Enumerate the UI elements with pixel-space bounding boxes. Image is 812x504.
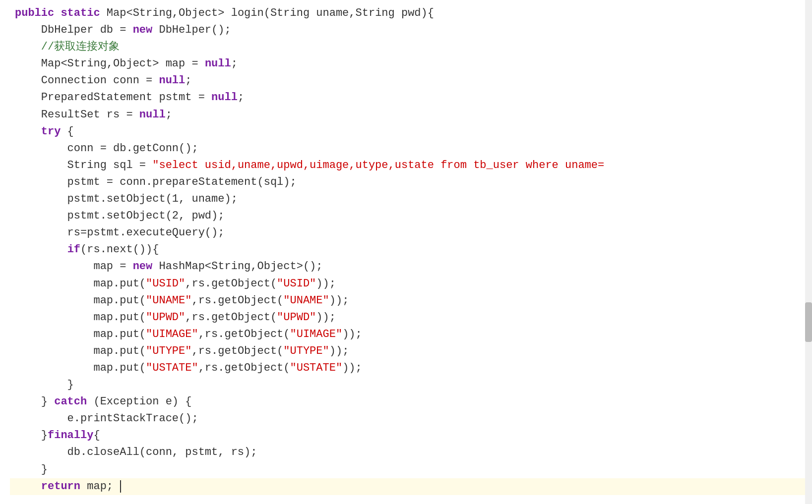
kw-token: static — [61, 7, 100, 19]
code-line: map.put("USID",rs.getObject("USID")); — [10, 276, 812, 292]
plain-token: ,rs.getObject( — [191, 294, 283, 307]
plain-token — [54, 7, 61, 19]
plain-token: )); — [316, 278, 336, 290]
plain-token: ,rs.getObject( — [191, 345, 283, 357]
kw-token: new — [133, 260, 153, 273]
code-line: map.put("UPWD",rs.getObject("UPWD")); — [10, 309, 812, 326]
plain-token: pstmt.setObject(2, pwd); — [15, 210, 224, 222]
str-token: "UIMAGE" — [290, 328, 343, 340]
plain-token: PreparedStatement pstmt = — [15, 91, 211, 104]
str-token: "UNAME" — [283, 294, 329, 307]
code-line: map.put("UNAME",rs.getObject("UNAME")); — [10, 292, 812, 309]
plain-token: Connection conn = — [15, 74, 159, 87]
plain-token — [15, 243, 67, 256]
kw-token: finally — [48, 429, 93, 442]
code-line: if(rs.next()){ — [10, 241, 812, 258]
code-line: PreparedStatement pstmt = null; — [10, 89, 812, 106]
kw-token: null — [211, 91, 238, 104]
plain-token: pstmt.setObject(1, uname); — [15, 193, 238, 205]
plain-token: Map<String,Object> map = — [15, 57, 205, 70]
plain-token: db.closeAll(conn, pstmt, rs); — [15, 446, 257, 458]
kw-token: null — [139, 109, 166, 121]
code-line: pstmt.setObject(1, uname); — [10, 191, 812, 208]
kw-token: catch — [54, 395, 87, 408]
plain-token: map.put( — [15, 294, 146, 307]
plain-token: map.put( — [15, 362, 146, 374]
plain-token: { — [61, 125, 73, 138]
plain-token: ResultSet rs = — [15, 109, 139, 121]
plain-token: DbHelper(); — [152, 24, 231, 36]
str-token: "UTYPE" — [146, 345, 191, 357]
code-line: db.closeAll(conn, pstmt, rs); — [10, 444, 812, 461]
plain-token: pstmt = conn.prepareStatement(sql); — [15, 176, 297, 188]
scrollbar-thumb[interactable] — [805, 302, 812, 342]
code-line: map.put("UIMAGE",rs.getObject("UIMAGE"))… — [10, 326, 812, 343]
code-line: } — [10, 461, 812, 478]
code-line: public static Map<String,Object> login(S… — [10, 5, 812, 22]
str-token: "USID" — [146, 278, 185, 290]
str-token: "UPWD" — [146, 311, 185, 324]
str-token: "UNAME" — [146, 294, 191, 307]
plain-token: map; — [80, 480, 113, 493]
code-line: Map<String,Object> map = null; — [10, 56, 812, 72]
plain-token: e.printStackTrace(); — [15, 412, 198, 425]
plain-token: (rs.next()){ — [80, 243, 159, 256]
plain-token: map.put( — [15, 311, 146, 324]
plain-token: map.put( — [15, 345, 146, 357]
kw-token: try — [15, 125, 61, 138]
plain-token: )); — [329, 294, 349, 307]
plain-token: ,rs.getObject( — [185, 278, 277, 290]
plain-token: )); — [329, 345, 349, 357]
plain-token: String sql = — [15, 159, 152, 171]
plain-token: )); — [342, 362, 362, 374]
plain-token: ,rs.getObject( — [198, 328, 290, 340]
code-line: return map; — [10, 478, 812, 495]
code-line: pstmt = conn.prepareStatement(sql); — [10, 174, 812, 191]
kw-token: public — [15, 7, 54, 19]
code-line: }finally{ — [10, 427, 812, 444]
code-line: String sql = "select usid,uname,upwd,uim… — [10, 157, 812, 174]
plain-token: conn = db.getConn(); — [15, 142, 198, 155]
plain-token: } — [15, 379, 74, 391]
code-line: map.put("USTATE",rs.getObject("USTATE"))… — [10, 360, 812, 377]
kw-token: if — [67, 243, 80, 256]
plain-token: rs=pstmt.executeQuery(); — [15, 226, 224, 239]
kw-token: return — [15, 480, 80, 493]
kw-token: null — [205, 57, 231, 70]
code-line: map.put("UTYPE",rs.getObject("UTYPE")); — [10, 343, 812, 360]
plain-token: ; — [185, 74, 191, 87]
plain-token: HashMap<String,Object>(); — [152, 260, 322, 273]
plain-token: ; — [238, 91, 244, 104]
str-token: "UPWD" — [277, 311, 316, 324]
str-token: "USTATE" — [290, 362, 343, 374]
plain-token: map.put( — [15, 278, 146, 290]
code-line: Connection conn = null; — [10, 72, 812, 89]
comment-token: //获取连接对象 — [15, 41, 120, 53]
code-line: } catch (Exception e) { — [10, 393, 812, 410]
plain-token: } — [15, 429, 48, 442]
code-line: } — [10, 377, 812, 393]
code-line: map = new HashMap<String,Object>(); — [10, 258, 812, 275]
code-container: public static Map<String,Object> login(S… — [0, 0, 812, 500]
plain-token: ; — [166, 109, 172, 121]
plain-token: } — [15, 463, 48, 476]
plain-token: } — [15, 395, 54, 408]
plain-token: )); — [316, 311, 336, 324]
kw-token: new — [133, 24, 153, 36]
plain-token: ,rs.getObject( — [185, 311, 277, 324]
plain-token: (Exception e) { — [87, 395, 191, 408]
code-lines: public static Map<String,Object> login(S… — [10, 5, 812, 495]
str-token: "UTYPE" — [283, 345, 329, 357]
code-line: //获取连接对象 — [10, 39, 812, 56]
str-token: "USID" — [277, 278, 316, 290]
code-line: e.printStackTrace(); — [10, 410, 812, 427]
plain-token: ; — [231, 57, 238, 70]
plain-token: ,rs.getObject( — [198, 362, 290, 374]
plain-token: Map<String,Object> login(String uname,St… — [100, 7, 434, 19]
scrollbar[interactable] — [805, 0, 812, 500]
code-line: DbHelper db = new DbHelper(); — [10, 22, 812, 39]
str-token: "USTATE" — [146, 362, 198, 374]
code-line: rs=pstmt.executeQuery(); — [10, 224, 812, 241]
cursor — [114, 480, 121, 493]
plain-token: { — [93, 429, 100, 442]
